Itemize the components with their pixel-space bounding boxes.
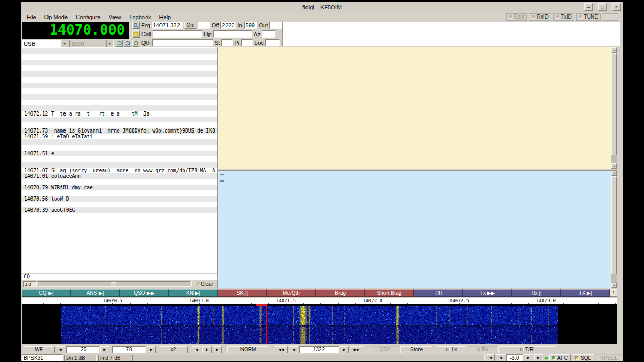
macro-button-me-qth[interactable]: Me/Qth (267, 289, 316, 297)
carrier-fast-right-button[interactable]: ▶▶ (350, 346, 363, 353)
macro-button-cq[interactable]: CQ ▶| (22, 289, 71, 297)
time-on-input[interactable] (198, 22, 210, 29)
frq-input[interactable] (152, 22, 183, 29)
mode-prev-button[interactable]: ◀ (496, 354, 505, 361)
browser-line[interactable]: 14071.73 name is Giovanni mrno JM88DVfo:… (24, 128, 215, 134)
menu-help[interactable]: Help (159, 14, 171, 20)
macro-button-kn[interactable]: KN ▶| (169, 289, 218, 297)
toggle-tune[interactable]: TUNE (576, 13, 601, 21)
loc-input[interactable] (265, 39, 280, 46)
qrz-lookup-button[interactable] (132, 22, 140, 29)
rx-text[interactable] (218, 47, 611, 169)
afc-toggle[interactable]: AFC (549, 354, 571, 361)
macro-button-t-r[interactable]: T/R (414, 289, 463, 297)
norm-button[interactable]: NORM (227, 346, 269, 353)
macro-button-short-brag[interactable]: Short Brag (365, 289, 414, 297)
mode-last-button[interactable]: ▶| (534, 354, 543, 361)
toggle-rxid[interactable]: RxID (529, 13, 551, 21)
signal-browser[interactable]: 14072.12 T te a ra t rt e a tM Ja14071.7… (22, 47, 217, 273)
mode-first-button[interactable]: |◀ (486, 354, 495, 361)
st-input[interactable] (221, 39, 233, 46)
scroll-down-icon[interactable]: ▼ (611, 283, 617, 288)
squelch-slider[interactable] (38, 281, 190, 287)
macro-button-rx[interactable]: Rx || (512, 289, 561, 297)
frequency-display[interactable]: 14070.000 (22, 22, 129, 39)
freq-memory-button-2[interactable] (124, 40, 131, 47)
minimize-button[interactable]: – (584, 3, 593, 11)
store-button[interactable]: Store (400, 346, 432, 353)
rst-in-input[interactable] (244, 22, 257, 29)
toggle-txid[interactable]: TxID (553, 13, 574, 21)
macro-button-brag[interactable]: Brag (316, 289, 365, 297)
upper-level-increase-button[interactable]: ▶ (100, 346, 109, 353)
macro-button-sk[interactable]: SK || (218, 289, 267, 297)
upper-level-value[interactable]: -20 (66, 346, 99, 353)
restore-button[interactable]: □ (598, 3, 607, 11)
carrier-step-right-button[interactable]: ▶ (340, 346, 349, 353)
menu-op-mode[interactable]: Op Mode (44, 14, 68, 20)
menu-view[interactable]: View (109, 14, 121, 20)
lock-carrier-toggle[interactable]: Lk (437, 346, 466, 353)
tx-text-panel[interactable]: ▲ ▼ (218, 170, 617, 288)
toggle-spot[interactable]: Spot (506, 13, 527, 21)
browser-line[interactable]: 14071.01 eotoaeeAnn (24, 173, 81, 179)
browser-line[interactable]: 14071.07 SL ag (sorry ureau) more on www… (24, 168, 215, 173)
sideband-select[interactable]: USB ▼ (22, 40, 68, 47)
carrier-fast-left-button[interactable]: ◀◀ (275, 346, 288, 353)
bandwidth-select[interactable]: 3000 ▼ (69, 40, 114, 47)
reverse-toggle[interactable]: Rv (468, 346, 497, 353)
browser-line[interactable]: 14072.12 T te a ra t rt e a tM Ja (24, 111, 150, 117)
clear-browser-button[interactable]: Clear (191, 281, 216, 287)
sql-toggle[interactable]: SQL (572, 354, 594, 361)
rst-out-input[interactable] (269, 22, 283, 29)
scroll-down-icon[interactable]: ▼ (611, 163, 617, 169)
scroll-up-icon[interactable]: ▲ (611, 171, 617, 176)
menu-logbook[interactable]: Logbook (129, 14, 151, 20)
zoom-button[interactable]: x2 (159, 346, 188, 353)
macro-button-qso[interactable]: QSO ▶▶ (120, 289, 169, 297)
signal-range-increase-button[interactable]: ▶ (147, 346, 156, 353)
mode-selector[interactable]: BPSK31 (22, 354, 63, 361)
tx-level-value[interactable]: -3.0 (506, 354, 523, 361)
waterfall[interactable] (22, 304, 617, 344)
time-off-input[interactable] (220, 22, 236, 29)
rx-text-panel[interactable]: ▲ ▼ (218, 47, 617, 169)
browser-line[interactable]: 14070.39 aeoGf0EG (24, 207, 75, 213)
tr-toggle[interactable]: T/R (498, 346, 555, 353)
tx-scroll-thumb[interactable] (611, 176, 617, 274)
close-button[interactable]: × (612, 3, 621, 11)
macro-button-tx[interactable]: Tx ▶▶ (463, 289, 512, 297)
logbook-entry-button[interactable] (132, 30, 140, 38)
az-input[interactable] (262, 30, 275, 38)
rx-scroll-track[interactable] (611, 53, 617, 163)
macro-set-button[interactable]: 1 (610, 289, 617, 297)
waterfall-canvas[interactable] (22, 304, 617, 344)
qsy-button[interactable]: QSY (371, 346, 399, 353)
kpsql-toggle[interactable]: KPSQL (595, 354, 622, 361)
menu-configure[interactable]: Configure (76, 14, 101, 20)
freq-memory-button-3[interactable] (132, 40, 139, 47)
rx-scrollbar[interactable]: ▲ ▼ (611, 47, 617, 169)
slew-right-button[interactable]: ▶ (213, 346, 222, 353)
scroll-up-icon[interactable]: ▲ (611, 47, 617, 53)
carrier-frequency-value[interactable]: 1322 (299, 346, 339, 353)
tx-scrollbar[interactable]: ▲ ▼ (611, 171, 617, 288)
wf-mode-button[interactable]: WF (23, 346, 55, 353)
signal-range-value[interactable]: 70 (112, 346, 146, 353)
slew-left-button[interactable]: ◀ (192, 346, 201, 353)
tx-text[interactable] (218, 171, 611, 288)
browser-line[interactable]: 14070.79 W7RšBl dmy cae (24, 185, 93, 190)
squelch-slider-handle[interactable] (111, 282, 116, 286)
browser-line[interactable]: 14070.56 tooW D (24, 196, 69, 202)
carrier-step-left-button[interactable]: ◀ (289, 346, 298, 353)
freq-memory-button-1[interactable] (116, 40, 123, 47)
pr-input[interactable] (242, 39, 253, 46)
freq-scale[interactable]: 14070.514071.014071.514072.014072.514073… (22, 298, 617, 304)
upper-level-decrease-button[interactable]: ◀ (56, 346, 65, 353)
menu-file[interactable]: File (27, 14, 36, 20)
browser-line[interactable]: 14071.59 : eTaD eTaTati (24, 134, 93, 139)
call-input[interactable] (153, 30, 202, 38)
tx-scroll-track[interactable] (611, 176, 617, 283)
log-notes-area[interactable] (282, 22, 620, 46)
browser-line[interactable]: 14071.51 e= (24, 151, 57, 156)
